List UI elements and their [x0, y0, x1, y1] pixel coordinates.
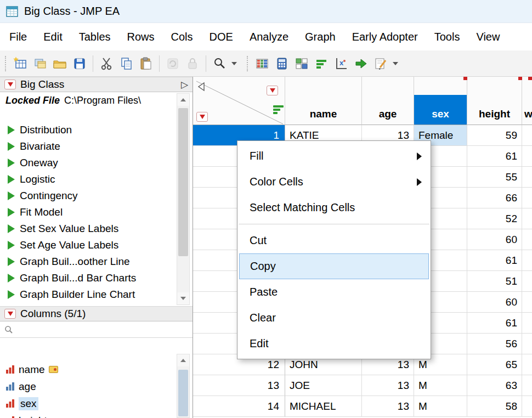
plot-x-icon[interactable]: x — [331, 54, 351, 74]
column-item-name[interactable]: name — [0, 361, 174, 378]
new-data-table-icon[interactable] — [10, 54, 30, 74]
menu-file[interactable]: File — [1, 26, 35, 48]
run-script-icon[interactable] — [8, 159, 15, 167]
cell-height[interactable]: 61 — [467, 313, 522, 334]
data-table-colored-icon[interactable] — [252, 54, 272, 74]
cell-weight[interactable] — [522, 125, 532, 146]
script-item-logistic[interactable]: Logistic — [0, 171, 174, 188]
cell-weight[interactable] — [522, 188, 532, 208]
cell-weight[interactable] — [522, 292, 532, 313]
menu-doe[interactable]: DOE — [201, 26, 241, 48]
cell-height[interactable]: 61 — [467, 146, 522, 167]
calculator-icon[interactable] — [272, 54, 292, 74]
menu-view[interactable]: View — [468, 26, 508, 48]
col-header-sex[interactable]: sex — [414, 77, 467, 125]
annotate-icon[interactable] — [371, 54, 390, 74]
cell-height[interactable]: 65 — [467, 354, 522, 375]
col-header-height[interactable]: height — [467, 77, 522, 125]
script-item-fit-model[interactable]: Fit Model — [0, 204, 174, 221]
menu-item-color-cells[interactable]: Color Cells — [237, 169, 431, 195]
menu-item-paste[interactable]: Paste — [237, 279, 431, 305]
cell-name[interactable]: MICHAEL — [285, 396, 362, 417]
menu-item-cut[interactable]: Cut — [237, 228, 431, 253]
menu-early-adopter[interactable]: Early Adopter — [344, 26, 426, 48]
save-icon[interactable] — [70, 54, 89, 74]
toolbar-overflow-icon[interactable] — [393, 62, 398, 65]
cell-weight[interactable] — [522, 396, 532, 417]
col-header-weight[interactable]: w — [522, 77, 532, 125]
script-item-distribution[interactable]: Distribution — [0, 122, 174, 138]
run-script-icon[interactable] — [8, 142, 15, 151]
cell-height[interactable]: 59 — [467, 125, 522, 146]
script-item-contingency[interactable]: Contingency — [0, 188, 174, 204]
scrollbar-thumb[interactable] — [178, 370, 188, 416]
column-item-age[interactable]: age — [0, 378, 174, 395]
script-item-set-age-value-labels[interactable]: Set Age Value Labels — [0, 237, 174, 253]
script-item-oneway[interactable]: Oneway — [0, 155, 174, 171]
cell-height[interactable]: 52 — [467, 208, 522, 229]
scripts-scrollbar[interactable] — [177, 93, 190, 305]
menu-cols[interactable]: Cols — [163, 26, 201, 48]
script-item-set-sex-value-labels[interactable]: Set Sex Value Labels — [0, 221, 174, 237]
cell-height[interactable]: 56 — [467, 334, 522, 354]
script-item-graph-builder-smoother-line[interactable]: Graph Buil...oother Line — [0, 253, 174, 270]
run-script-icon[interactable] — [8, 126, 15, 134]
zoom-icon[interactable] — [210, 54, 229, 74]
rows-menu-red-triangle-button[interactable] — [196, 112, 208, 122]
cell-weight[interactable] — [522, 229, 532, 250]
columns-scrollbar[interactable] — [177, 354, 190, 418]
menu-item-select-matching-cells[interactable]: Select Matching Cells — [237, 195, 431, 221]
row-header[interactable]: 13 — [193, 375, 285, 396]
menu-item-fill[interactable]: Fill — [237, 143, 431, 169]
graph-builder-icon[interactable] — [312, 54, 331, 74]
run-script-icon[interactable] — [8, 290, 15, 299]
run-script-icon[interactable] — [8, 274, 15, 283]
run-script-icon[interactable] — [8, 224, 15, 233]
menu-item-edit[interactable]: Edit — [237, 331, 431, 357]
table-corner-cell[interactable] — [193, 77, 285, 125]
menu-tools[interactable]: Tools — [426, 26, 468, 48]
menu-tables[interactable]: Tables — [71, 26, 119, 48]
cell-age[interactable]: 13 — [362, 396, 414, 417]
column-item-sex[interactable]: sex — [0, 395, 174, 412]
cell-height[interactable]: 60 — [467, 292, 522, 313]
cell-weight[interactable] — [522, 375, 532, 396]
columns-search-input[interactable] — [0, 321, 193, 338]
row-header[interactable]: 14 — [193, 396, 285, 417]
menu-analyze[interactable]: Analyze — [241, 26, 297, 48]
cell-age[interactable]: 13 — [362, 375, 414, 396]
run-script-icon[interactable] — [8, 208, 15, 217]
new-journal-icon[interactable] — [30, 54, 50, 74]
collapse-triangle-icon[interactable] — [196, 81, 206, 92]
cell-name[interactable]: JOE — [285, 375, 362, 396]
table-red-triangle-button[interactable] — [4, 80, 16, 89]
cell-height[interactable]: 66 — [467, 188, 522, 208]
zoom-dropdown-icon[interactable] — [231, 62, 237, 65]
run-script-icon[interactable] — [8, 191, 15, 200]
run-arrow-icon[interactable] — [351, 54, 371, 74]
cell-weight[interactable] — [522, 208, 532, 229]
cell-weight[interactable] — [522, 167, 532, 188]
cell-height[interactable]: 60 — [467, 229, 522, 250]
columns-menu-red-triangle-button[interactable] — [267, 86, 278, 95]
col-header-age[interactable]: age — [362, 77, 414, 125]
open-folder-icon[interactable] — [50, 54, 70, 74]
sort-bars-icon[interactable] — [273, 105, 284, 114]
panel-expand-icon[interactable]: ▷ — [181, 79, 188, 91]
menu-item-copy[interactable]: Copy — [239, 253, 429, 279]
cell-height[interactable]: 61 — [467, 250, 522, 271]
script-item-bivariate[interactable]: Bivariate — [0, 138, 174, 155]
cell-weight[interactable] — [522, 250, 532, 271]
menu-edit[interactable]: Edit — [35, 26, 70, 48]
scrollbar-thumb[interactable] — [178, 108, 188, 256]
cell-weight[interactable] — [522, 271, 532, 292]
scroll-up-button[interactable] — [177, 354, 189, 366]
paste-icon[interactable] — [136, 54, 156, 74]
cell-height[interactable]: 58 — [467, 396, 522, 417]
cell-height[interactable]: 51 — [467, 271, 522, 292]
script-item-graph-builder-line-chart[interactable]: Graph Builder Line Chart — [0, 286, 174, 303]
cell-weight[interactable] — [522, 354, 532, 375]
columns-red-triangle-button[interactable] — [4, 309, 16, 319]
scroll-down-button[interactable] — [177, 292, 189, 304]
cell-height[interactable]: 55 — [467, 167, 522, 188]
